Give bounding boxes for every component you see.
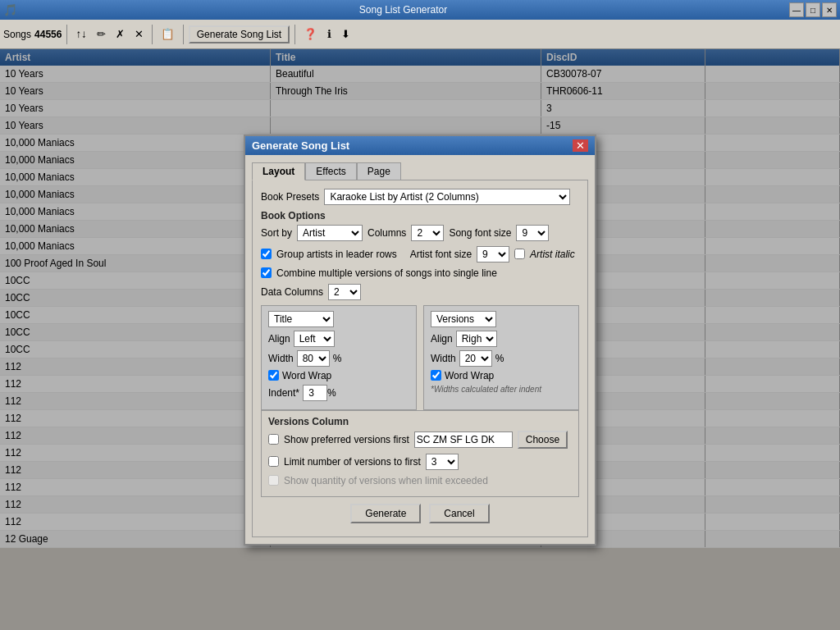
import-button[interactable]: 📋: [158, 26, 178, 42]
artist-italic-checkbox[interactable]: [514, 249, 525, 259]
main-area: Artist Title DiscID 10 YearsBeautifulCB3…: [0, 49, 840, 630]
col1-wordwrap-row: Word Wrap: [268, 370, 409, 381]
songs-count: 44556: [34, 29, 62, 40]
col2-align-label: Align: [431, 333, 453, 345]
sort-by-label: Sort by: [261, 227, 292, 239]
group-artists-label: Group artists in leader rows: [276, 249, 397, 260]
col2-width-label: Width: [431, 353, 456, 364]
artist-italic-label: Artist italic: [530, 249, 575, 260]
combine-versions-label: Combine multiple versions of songs into …: [276, 267, 497, 279]
col1-width-row: Width 60708090 %: [268, 350, 409, 367]
col1-align-row: Align LeftCenterRight: [268, 331, 409, 347]
col2-width-row: Width 102030 %: [431, 350, 572, 367]
separator-2: [152, 25, 153, 44]
book-presets-row: Book Presets Karaoke List by Artist (2 C…: [261, 189, 579, 205]
col1-width-select[interactable]: 60708090: [297, 350, 330, 367]
col1-width-label: Width: [268, 353, 294, 364]
book-presets-label: Book Presets: [261, 191, 319, 203]
choose-button[interactable]: Choose: [518, 431, 568, 449]
book-presets-select[interactable]: Karaoke List by Artist (2 Columns) Karao…: [324, 189, 570, 205]
limit-versions-checkbox[interactable]: [268, 456, 279, 467]
preferred-versions-input[interactable]: [414, 431, 513, 448]
col1-percent: %: [333, 353, 342, 364]
versions-section: Versions Column Show preferred versions …: [261, 410, 579, 497]
columns-label: Columns: [368, 227, 406, 239]
col2-type-row: TitleVersionsDiscID: [431, 311, 572, 327]
tab-layout[interactable]: Layout: [252, 162, 305, 180]
col1-wordwrap-checkbox[interactable]: [268, 370, 279, 381]
app-icon: 🎵: [3, 3, 17, 16]
separator-1: [66, 25, 67, 44]
col1-indent-spinner: %: [303, 385, 336, 401]
cancel-button[interactable]: Cancel: [429, 504, 489, 523]
artist-font-size-label: Artist font size: [410, 249, 472, 260]
help-button[interactable]: ❓: [300, 26, 321, 42]
maximize-button[interactable]: □: [806, 2, 820, 17]
versions-section-label: Versions Column: [268, 416, 572, 427]
col2-width-select[interactable]: 102030: [459, 350, 492, 367]
minimize-button[interactable]: —: [789, 2, 804, 17]
modal-close-button[interactable]: ✕: [573, 139, 588, 152]
col1-wordwrap-label: Word Wrap: [282, 370, 331, 381]
limit-versions-label: Limit number of versions to first: [284, 456, 421, 468]
modal-body: Layout Effects Page Book Presets Karaoke…: [245, 155, 595, 544]
col2-wordwrap-checkbox[interactable]: [431, 370, 441, 381]
limit-versions-select[interactable]: 2345: [426, 454, 459, 470]
close-button[interactable]: ✕: [822, 2, 837, 17]
show-quantity-row: Show quantity of versions when limit exc…: [268, 475, 572, 486]
group-artists-checkbox[interactable]: [261, 249, 272, 259]
songs-label: Songs: [3, 29, 31, 40]
combine-versions-checkbox[interactable]: [261, 267, 272, 278]
tab-page[interactable]: Page: [357, 162, 401, 180]
col1-indent-row: Indent* %: [268, 385, 409, 401]
separator-4: [294, 25, 295, 44]
tab-content-layout: Book Presets Karaoke List by Artist (2 C…: [252, 180, 588, 537]
column2-box: TitleVersionsDiscID Align LeftCenterRigh…: [423, 305, 579, 410]
modal-title: Generate Song List: [252, 139, 349, 152]
data-columns-select[interactable]: 123: [328, 284, 361, 300]
show-quantity-label: Show quantity of versions when limit exc…: [284, 475, 488, 486]
columns-select[interactable]: 1234: [411, 225, 444, 241]
info-button[interactable]: ℹ: [324, 26, 335, 42]
x-button[interactable]: ✕: [131, 26, 147, 42]
col2-wordwrap-row: Word Wrap: [431, 370, 572, 381]
sort-by-select[interactable]: ArtistTitleDiscID: [297, 225, 363, 241]
generate-button[interactable]: Generate: [350, 504, 421, 523]
col1-type-select[interactable]: TitleVersionsDiscID: [268, 311, 334, 327]
edit-button[interactable]: ✏: [94, 26, 109, 42]
col2-percent: %: [495, 353, 504, 364]
column-boxes: TitleVersionsDiscID Align LeftCenterRigh…: [261, 305, 579, 410]
delete-button[interactable]: ✗: [112, 26, 128, 42]
widths-note: *Widths calculated after indent: [431, 385, 572, 394]
col1-align-select[interactable]: LeftCenterRight: [294, 331, 335, 347]
col1-indent-input[interactable]: [303, 385, 327, 401]
artist-font-size-select[interactable]: 78910: [477, 246, 509, 262]
column1-box: TitleVersionsDiscID Align LeftCenterRigh…: [261, 305, 417, 410]
song-font-size-select[interactable]: 78910: [516, 225, 549, 241]
show-preferred-label: Show preferred versions first: [284, 434, 409, 445]
show-preferred-checkbox[interactable]: [268, 434, 279, 445]
book-options-row2: Group artists in leader rows Artist font…: [261, 246, 579, 262]
separator-3: [183, 25, 184, 44]
songs-indicator: Songs 44556: [3, 29, 62, 40]
title-bar: 🎵 Song List Generator — □ ✕: [0, 0, 840, 20]
toolbar: Songs 44556 ↑↓ ✏ ✗ ✕ 📋 Generate Song Lis…: [0, 20, 840, 49]
data-columns-label: Data Columns: [261, 286, 323, 298]
modal-title-bar: Generate Song List ✕: [245, 136, 595, 155]
window-title: Song List Generator: [17, 4, 789, 16]
tab-bar: Layout Effects Page: [252, 162, 588, 180]
col1-align-label: Align: [268, 333, 290, 345]
col2-type-select[interactable]: TitleVersionsDiscID: [431, 311, 496, 327]
col2-align-select[interactable]: LeftCenterRight: [456, 331, 497, 347]
book-options-row1: Sort by ArtistTitleDiscID Columns 1234 S…: [261, 225, 579, 241]
combine-versions-row: Combine multiple versions of songs into …: [261, 267, 579, 279]
col2-wordwrap-label: Word Wrap: [445, 370, 494, 381]
modal-buttons: Generate Cancel: [261, 504, 579, 523]
sort-asc-button[interactable]: ↑↓: [72, 26, 89, 42]
show-quantity-checkbox[interactable]: [268, 475, 279, 486]
tab-effects[interactable]: Effects: [305, 162, 356, 180]
download-button[interactable]: ⬇: [338, 26, 354, 42]
generate-song-list-button[interactable]: Generate Song List: [189, 25, 290, 43]
data-columns-row: Data Columns 123: [261, 284, 579, 300]
show-preferred-row: Show preferred versions first Choose: [268, 431, 572, 449]
